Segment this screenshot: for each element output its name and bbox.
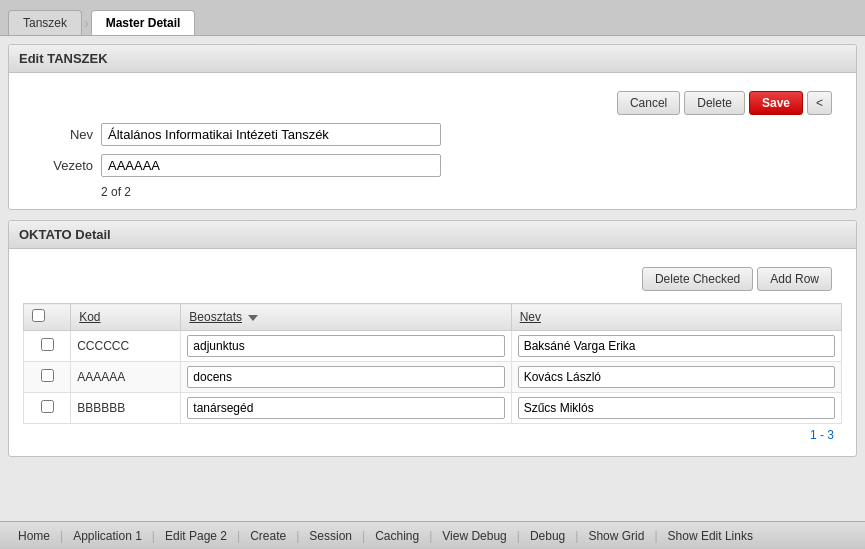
row-checkbox-1[interactable] (41, 369, 54, 382)
oktato-detail-panel: OKTATO Detail Delete Checked Add Row Kod (8, 220, 857, 457)
row-beosztats-cell-2 (181, 393, 511, 424)
footer-link-caching[interactable]: Caching (365, 529, 429, 543)
row-checkbox-cell (24, 393, 71, 424)
row-checkbox-2[interactable] (41, 400, 54, 413)
footer-link-show-edit-links[interactable]: Show Edit Links (658, 529, 763, 543)
tab-separator: › (84, 15, 89, 35)
delete-checked-button[interactable]: Delete Checked (642, 267, 753, 291)
add-row-button[interactable]: Add Row (757, 267, 832, 291)
footer-link-application-1[interactable]: Application 1 (63, 529, 152, 543)
row-kod-2: BBBBBB (71, 393, 181, 424)
detail-toolbar: Delete Checked Add Row (23, 259, 842, 299)
footer-link-show-grid[interactable]: Show Grid (578, 529, 654, 543)
pagination-info: 1 - 3 (23, 424, 842, 446)
table-row: CCCCCC (24, 331, 842, 362)
oktato-detail-header: OKTATO Detail (9, 221, 856, 249)
cancel-button[interactable]: Cancel (617, 91, 680, 115)
col-header-kod: Kod (71, 304, 181, 331)
row-checkbox-cell (24, 331, 71, 362)
save-button[interactable]: Save (749, 91, 803, 115)
edit-toolbar: Cancel Delete Save < (23, 83, 842, 123)
row-checkbox-cell (24, 362, 71, 393)
row-kod-1: AAAAAA (71, 362, 181, 393)
edit-tanszek-panel: Edit TANSZEK Cancel Delete Save < Nev Ve… (8, 44, 857, 210)
footer-link-view-debug[interactable]: View Debug (432, 529, 517, 543)
detail-table: Kod Beosztats Nev CCCCCC (23, 303, 842, 424)
row-checkbox-0[interactable] (41, 338, 54, 351)
nev-input[interactable] (101, 123, 441, 146)
row-beosztats-0[interactable] (187, 335, 504, 357)
delete-button[interactable]: Delete (684, 91, 745, 115)
nev-label: Nev (23, 127, 93, 142)
sort-arrow-icon (248, 315, 258, 321)
footer-link-session[interactable]: Session (299, 529, 362, 543)
footer-link-debug[interactable]: Debug (520, 529, 575, 543)
table-row: BBBBBB (24, 393, 842, 424)
col-sort-nev[interactable]: Nev (520, 310, 541, 324)
row-kod-0: CCCCCC (71, 331, 181, 362)
row-nev-0[interactable] (518, 335, 835, 357)
footer-bar: Home|Application 1|Edit Page 2|Create|Se… (0, 521, 865, 549)
select-all-checkbox[interactable] (32, 309, 45, 322)
main-content: Edit TANSZEK Cancel Delete Save < Nev Ve… (0, 36, 865, 521)
oktato-detail-body: Delete Checked Add Row Kod Beosztats (9, 249, 856, 456)
footer-link-edit-page-2[interactable]: Edit Page 2 (155, 529, 237, 543)
vezeto-row: Vezeto (23, 154, 842, 177)
col-header-checkbox (24, 304, 71, 331)
tabs-bar: Tanszek › Master Detail (0, 0, 865, 36)
edit-tanszek-header: Edit TANSZEK (9, 45, 856, 73)
row-beosztats-1[interactable] (187, 366, 504, 388)
vezeto-input[interactable] (101, 154, 441, 177)
row-beosztats-2[interactable] (187, 397, 504, 419)
record-info: 2 of 2 (101, 185, 842, 199)
nav-back-button[interactable]: < (807, 91, 832, 115)
row-beosztats-cell-1 (181, 362, 511, 393)
col-sort-beosztats[interactable]: Beosztats (189, 310, 242, 324)
vezeto-label: Vezeto (23, 158, 93, 173)
row-nev-cell-1 (511, 362, 841, 393)
tab-master-detail[interactable]: Master Detail (91, 10, 196, 35)
row-nev-cell-0 (511, 331, 841, 362)
row-nev-1[interactable] (518, 366, 835, 388)
row-nev-2[interactable] (518, 397, 835, 419)
col-header-nev: Nev (511, 304, 841, 331)
tab-tanszek[interactable]: Tanszek (8, 10, 82, 35)
edit-tanszek-body: Cancel Delete Save < Nev Vezeto 2 of 2 (9, 73, 856, 209)
col-sort-kod[interactable]: Kod (79, 310, 100, 324)
footer-link-home[interactable]: Home (8, 529, 60, 543)
col-header-beosztats: Beosztats (181, 304, 511, 331)
row-nev-cell-2 (511, 393, 841, 424)
table-row: AAAAAA (24, 362, 842, 393)
footer-link-create[interactable]: Create (240, 529, 296, 543)
row-beosztats-cell-0 (181, 331, 511, 362)
nev-row: Nev (23, 123, 842, 146)
